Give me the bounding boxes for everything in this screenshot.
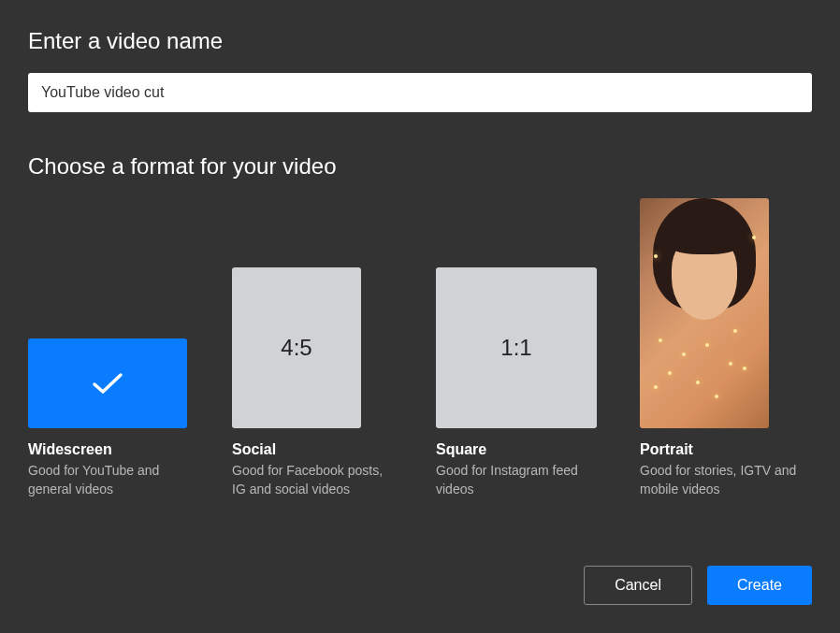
format-desc: Good for Facebook posts, IG and social v… xyxy=(232,462,391,498)
formats-row: Widescreen Good for YouTube and general … xyxy=(28,198,812,498)
cancel-button[interactable]: Cancel xyxy=(584,566,692,605)
format-preview-portrait xyxy=(640,198,769,428)
create-button[interactable]: Create xyxy=(707,566,812,605)
format-preview-social: 4:5 xyxy=(232,267,361,428)
format-title: Square xyxy=(436,441,595,458)
format-desc: Good for YouTube and general videos xyxy=(28,462,187,498)
format-preview-widescreen xyxy=(28,338,187,428)
format-desc: Good for stories, IGTV and mobile videos xyxy=(640,462,799,498)
format-option-social[interactable]: 4:5 Social Good for Facebook posts, IG a… xyxy=(232,267,391,498)
format-title: Portrait xyxy=(640,441,799,458)
check-icon xyxy=(89,369,126,397)
footer-buttons: Cancel Create xyxy=(584,566,812,605)
format-option-widescreen[interactable]: Widescreen Good for YouTube and general … xyxy=(28,338,187,498)
format-preview-square: 1:1 xyxy=(436,267,597,428)
format-option-portrait[interactable]: Portrait Good for stories, IGTV and mobi… xyxy=(640,198,799,498)
format-desc: Good for Instagram feed videos xyxy=(436,462,595,498)
video-name-input[interactable] xyxy=(28,73,812,112)
format-option-square[interactable]: 1:1 Square Good for Instagram feed video… xyxy=(436,267,595,498)
ratio-label: 4:5 xyxy=(281,335,311,361)
portrait-thumbnail-image xyxy=(640,198,769,428)
name-heading: Enter a video name xyxy=(28,28,812,54)
format-title: Social xyxy=(232,441,391,458)
format-title: Widescreen xyxy=(28,441,187,458)
ratio-label: 1:1 xyxy=(500,335,531,361)
format-heading: Choose a format for your video xyxy=(28,153,812,180)
